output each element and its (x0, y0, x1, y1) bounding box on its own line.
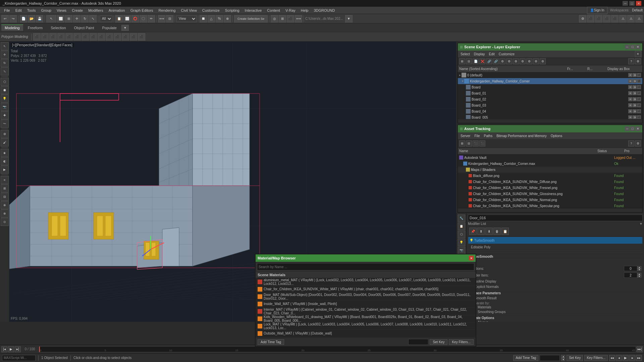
filter-select[interactable]: All (100, 15, 112, 22)
menu-file[interactable]: File (1, 7, 13, 14)
pm-btn12[interactable]: ⬛ (122, 33, 129, 41)
lt-helper-btn[interactable]: ✚ (1, 111, 9, 119)
at-body[interactable]: Autodesk Vault Logged Out ... Kindergard… (458, 155, 642, 208)
lt-material-btn[interactable]: ◐ (1, 157, 9, 165)
move-button[interactable]: ✛ (73, 15, 80, 22)
pm-btn3[interactable]: ⬛ (49, 33, 57, 41)
toolbar-extra-btn3[interactable]: ⬛ (595, 15, 602, 22)
circle-select-button[interactable]: ⭕ (131, 15, 139, 22)
se-tb-btn8[interactable]: ⚙ (506, 58, 512, 64)
se-menu-select[interactable]: Select (459, 52, 471, 56)
pm-btn11[interactable]: ⬛ (114, 33, 121, 41)
mat-browser-titlebar[interactable]: Material/Map Browser ✕ (256, 254, 476, 262)
se-tb-btn11[interactable]: ⚙ (526, 58, 532, 64)
tab-modeling[interactable]: Modeling (1, 24, 23, 31)
tree-item-board04[interactable]: Board_04 👁◑⬛ (458, 108, 642, 114)
insp-strip-btn3[interactable]: ⬡ (458, 231, 465, 238)
save-button[interactable]: 💾 (36, 15, 43, 22)
menu-customize[interactable]: Customize (200, 7, 222, 14)
rotate-button[interactable]: ↻ (81, 15, 89, 22)
render-iters-input[interactable] (624, 273, 637, 278)
select-object-button[interactable]: ↖ (46, 15, 56, 22)
tab-more-button[interactable]: ▼ (121, 25, 129, 31)
lt-paint-btn[interactable]: 🖌 (1, 138, 9, 146)
lt-shape-btn[interactable]: ⬟ (1, 86, 9, 94)
window-crossing-button[interactable]: ⊞ (65, 15, 72, 22)
tree-body[interactable]: ▸ 0 (default) 👁◑⬛ ▾ Kindergarden_Hallway… (458, 72, 642, 119)
menu-edit[interactable]: Edit (13, 7, 24, 14)
isolate-button[interactable]: ◎ (271, 15, 278, 22)
at-menu-file[interactable]: File (473, 134, 481, 138)
se-settings-btn[interactable]: ⚙ (635, 58, 641, 64)
lt-schematic-btn[interactable]: ◈ (1, 149, 9, 157)
lt-geometry-btn[interactable]: ⬡ (1, 78, 9, 86)
se-tb-btn10[interactable]: ⚙ (520, 58, 526, 64)
mirror-button[interactable]: ⟺ (158, 15, 165, 22)
anim-next-key-btn[interactable]: ▸▸ (636, 355, 642, 361)
pm-btn13[interactable]: ⬛ (130, 33, 137, 41)
at-tb2[interactable]: ⊟ (466, 140, 472, 146)
lt-rotate-btn[interactable]: ↻ (1, 59, 9, 67)
insp-copy-btn[interactable]: 📋 (501, 228, 509, 235)
at-item-vault[interactable]: Autodesk Vault Logged Out ... (458, 155, 642, 161)
lt-scale-btn[interactable]: ⤡ (1, 67, 9, 75)
se-menu-edit[interactable]: Edit (488, 52, 496, 56)
lt-camera-btn[interactable]: 📷 (1, 103, 9, 111)
pm-btn6[interactable]: ⬛ (73, 33, 81, 41)
se-help-btn[interactable]: ? (628, 58, 634, 64)
key-frame-down[interactable]: ▼ (561, 358, 565, 361)
tree-scrollbar[interactable] (458, 119, 642, 123)
at-item-black-diff[interactable]: Black_diffuse.png Found (458, 173, 642, 179)
mat-set-key-btn[interactable]: Set Key (430, 339, 447, 345)
se-menu-customize[interactable]: Customize (497, 52, 516, 56)
redo-button[interactable]: ↪ (9, 15, 17, 22)
scene-explorer-restore[interactable]: □ (630, 45, 635, 49)
at-item-chair-fresnel[interactable]: Chair_for_Children_IKEA_SUNDVIK_White_Fr… (458, 185, 642, 191)
tab-object-paint[interactable]: Object Paint (71, 24, 98, 31)
se-tb-btn6[interactable]: 🔗 (493, 58, 499, 64)
iterations-down[interactable]: ▼ (637, 268, 641, 271)
tab-selection[interactable]: Selection (47, 24, 69, 31)
menu-vray[interactable]: V-Ray (283, 7, 298, 14)
pm-btn10[interactable]: ⬛ (106, 33, 113, 41)
mat-item-kids-whiteboard[interactable]: Kids_Wooden_Whiteboard_01_drawing_MAT ( … (256, 315, 476, 322)
mat-item-outside-wall[interactable]: Outside_Wall_MAT ( VRayMtl ) [Outside_wa… (256, 330, 476, 337)
select-region-button[interactable]: ⬜ (57, 15, 64, 22)
new-button[interactable]: 📄 (20, 15, 27, 22)
se-tb-btn12[interactable]: ⚙ (533, 58, 539, 64)
timeline-play-btn[interactable]: ▶ (8, 346, 14, 352)
align-button[interactable]: ⊟ (166, 15, 173, 22)
at-close[interactable]: ✕ (636, 126, 640, 131)
at-item-chair-diff[interactable]: Chair_for_Children_IKEA_SUNDVIK_White_Di… (458, 179, 642, 185)
menu-interactive[interactable]: Interactive (242, 7, 265, 14)
at-menu-bitmap[interactable]: Bitmap Performance and Memory (495, 134, 548, 138)
insp-move-down-btn[interactable]: ⬇ (485, 228, 493, 235)
grid-button[interactable]: ⊞ (279, 15, 286, 22)
pm-btn1[interactable]: ⬛ (33, 33, 41, 41)
at-scrollbar[interactable] (458, 208, 642, 212)
tab-freeform[interactable]: Freeform (24, 24, 46, 31)
lt-extra-btn1[interactable]: ⊞ (1, 184, 9, 192)
minimize-button[interactable]: ─ (623, 1, 628, 6)
toolbar-extra-btn1[interactable]: ⚙ (579, 15, 586, 22)
mat-item-door[interactable]: Door_MAT (Multi/Sub-Object) [Door001, Do… (256, 293, 476, 300)
menu-content[interactable]: Content (264, 7, 283, 14)
spinner-snap-button[interactable]: ⊕ (224, 15, 231, 22)
lt-extra-btn4[interactable]: ⊗ (1, 209, 9, 218)
snap-toggle-button[interactable]: 🔲 (200, 15, 207, 22)
toolbar-extra-btn2[interactable]: ⬛ (587, 15, 594, 22)
tree-item-board01[interactable]: Board_01 👁◑⬛ (458, 90, 642, 96)
array-button[interactable]: ⬛ (287, 15, 294, 22)
anim-play-btn[interactable]: ▶ (623, 355, 629, 361)
menu-3dground[interactable]: 3DGROUND (311, 7, 337, 14)
menu-create[interactable]: Create (69, 7, 86, 14)
paint-select-button[interactable]: ✏ (148, 15, 155, 22)
tree-item-board[interactable]: Board 👁◑⬛ (458, 84, 642, 90)
view-select[interactable]: View (176, 15, 197, 22)
se-menu-display[interactable]: Display (473, 52, 486, 56)
insp-strip-btn1[interactable]: 🔧 (458, 215, 465, 222)
select-by-name-button[interactable]: 📋 (115, 15, 123, 22)
render-iters-down[interactable]: ▼ (637, 275, 641, 278)
lt-extra-btn5[interactable]: ⊙ (1, 218, 9, 226)
maxscript-input[interactable] (2, 355, 36, 361)
